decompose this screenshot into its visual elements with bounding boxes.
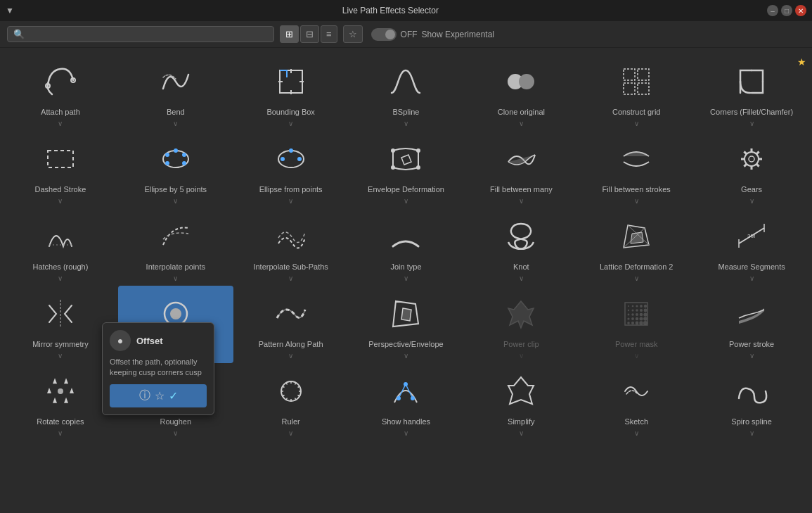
effect-chevron-mirror-symmetry[interactable]: ∨ xyxy=(58,352,63,360)
effect-cell-attach-path[interactable]: Attach path∨ xyxy=(3,53,118,131)
effect-chevron-hatches[interactable]: ∨ xyxy=(58,274,63,282)
svg-point-102 xyxy=(411,396,415,400)
svg-point-59 xyxy=(632,310,634,312)
effect-icon-bend xyxy=(155,61,197,103)
effect-cell-bspline[interactable]: BSpline∨ xyxy=(349,53,464,131)
view-list-button[interactable]: ≡ xyxy=(321,25,337,43)
effect-cell-join-type[interactable]: Join type∨ xyxy=(349,208,464,286)
search-box[interactable]: 🔍 xyxy=(7,26,274,42)
effect-cell-dashed-stroke[interactable]: Dashed Stroke∨ xyxy=(3,131,118,208)
effect-chevron-spiro-spline[interactable]: ∨ xyxy=(749,429,754,437)
view-large-button[interactable]: ⊞ xyxy=(280,25,299,43)
svg-point-74 xyxy=(644,309,647,312)
effect-chevron-gears[interactable]: ∨ xyxy=(749,197,754,205)
effect-icon-mirror-symmetry xyxy=(39,293,82,335)
effect-cell-ellipse-pts[interactable]: Ellipse from points∨ xyxy=(233,131,349,208)
effect-chevron-perspective-envelope[interactable]: ∨ xyxy=(404,352,408,360)
view-buttons: ⊞ ⊟ ≡ xyxy=(280,25,337,43)
experimental-toggle[interactable] xyxy=(371,28,397,41)
effect-icon-rotate-copies xyxy=(39,370,82,412)
effect-chevron-roughen[interactable]: ∨ xyxy=(173,429,178,437)
effect-chevron-envelope-deformation[interactable]: ∨ xyxy=(404,197,408,205)
effect-chevron-fill-between-strokes[interactable]: ∨ xyxy=(634,197,639,205)
view-medium-button[interactable]: ⊟ xyxy=(300,25,319,43)
effect-chevron-ellipse-pts[interactable]: ∨ xyxy=(288,197,293,205)
effect-cell-spiro-spline[interactable]: Spiro spline∨ xyxy=(694,363,809,441)
svg-marker-103 xyxy=(508,377,534,404)
effect-cell-fill-between-many[interactable]: Fill between many∨ xyxy=(463,131,579,208)
effect-cell-perspective-envelope[interactable]: Perspective/Envelope∨ xyxy=(349,286,464,363)
effect-chevron-show-handles[interactable]: ∨ xyxy=(404,429,408,437)
minimize-button[interactable]: – xyxy=(767,5,778,16)
effect-cell-power-clip[interactable]: Power clip∨ xyxy=(463,286,579,363)
titlebar-menu-button[interactable]: ▼ xyxy=(6,6,14,15)
offset-popup: ● Offset Offset the path, optionally kee… xyxy=(102,322,214,415)
effect-chevron-ellipse-5pts[interactable]: ∨ xyxy=(173,197,178,205)
effect-icon-corners xyxy=(730,61,773,103)
effect-cell-rotate-copies[interactable]: Rotate copies∨ xyxy=(3,363,118,441)
effect-cell-hatches[interactable]: Hatches (rough)∨ xyxy=(3,208,118,286)
effect-cell-fill-between-strokes[interactable]: Fill between strokes∨ xyxy=(579,131,694,208)
effect-chevron-rotate-copies[interactable]: ∨ xyxy=(58,429,63,437)
effect-chevron-dashed-stroke[interactable]: ∨ xyxy=(58,197,63,205)
effect-cell-simplify[interactable]: Simplify∨ xyxy=(463,363,579,441)
effect-cell-power-mask[interactable]: Power mask∨ xyxy=(579,286,694,363)
effect-cell-mirror-symmetry[interactable]: Mirror symmetry∨ xyxy=(3,286,118,363)
favorites-filter-button[interactable]: ☆ xyxy=(343,25,363,43)
effect-cell-ruler[interactable]: Ruler∨ xyxy=(233,363,349,441)
effect-chevron-knot[interactable]: ∨ xyxy=(519,274,524,282)
svg-point-49 xyxy=(170,308,181,319)
effect-chevron-attach-path[interactable]: ∨ xyxy=(58,120,63,127)
effect-cell-knot[interactable]: Knot∨ xyxy=(463,208,579,286)
effect-cell-sketch[interactable]: Sketch∨ xyxy=(579,363,694,441)
popup-info-button[interactable]: ⓘ xyxy=(139,388,150,403)
effect-cell-corners[interactable]: Corners (Fillet/Chamfer)∨★ xyxy=(694,53,809,131)
effect-cell-show-handles[interactable]: Show handles∨ xyxy=(349,363,464,441)
effect-cell-interpolate-pts[interactable]: Interpolate points∨ xyxy=(118,208,233,286)
effect-cell-interpolate-sub[interactable]: Interpolate Sub-Paths∨ xyxy=(233,208,349,286)
effect-chevron-bspline[interactable]: ∨ xyxy=(404,120,408,127)
effect-chevron-corners[interactable]: ∨ xyxy=(749,120,754,127)
effect-cell-power-stroke[interactable]: Power stroke∨ xyxy=(694,286,809,363)
effect-cell-envelope-deformation[interactable]: Envelope Deformation∨ xyxy=(349,131,464,208)
effect-chevron-power-mask[interactable]: ∨ xyxy=(634,352,639,360)
effect-chevron-interpolate-sub[interactable]: ∨ xyxy=(288,274,293,282)
svg-point-65 xyxy=(636,313,638,316)
effect-cell-ellipse-5pts[interactable]: Ellipse by 5 points∨ xyxy=(118,131,233,208)
svg-point-77 xyxy=(643,321,647,325)
effect-icon-envelope-deformation xyxy=(385,138,427,180)
effect-cell-construct-grid[interactable]: Construct grid∨ xyxy=(579,53,694,131)
search-input[interactable] xyxy=(27,29,268,39)
experimental-toggle-group: OFF Show Experimental xyxy=(371,28,494,41)
effect-cell-measure-segments[interactable]: 3MMeasure Segments∨ xyxy=(694,208,809,286)
effect-chevron-fill-between-many[interactable]: ∨ xyxy=(519,197,524,205)
effect-chevron-lattice-deformation[interactable]: ∨ xyxy=(634,274,639,282)
popup-apply-button[interactable]: ✓ xyxy=(169,388,178,403)
effect-name-rotate-copies: Rotate copies xyxy=(37,417,84,426)
effect-chevron-interpolate-pts[interactable]: ∨ xyxy=(173,274,178,282)
effect-chevron-power-stroke[interactable]: ∨ xyxy=(749,352,754,360)
effect-cell-pattern-along-path[interactable]: Pattern Along Path∨ xyxy=(233,286,349,363)
effect-cell-lattice-deformation[interactable]: Lattice Deformation 2∨ xyxy=(579,208,694,286)
effect-chevron-power-clip[interactable]: ∨ xyxy=(519,352,524,360)
svg-marker-42 xyxy=(631,232,643,243)
effect-chevron-bounding-box[interactable]: ∨ xyxy=(288,120,293,127)
effect-icon-power-mask xyxy=(615,293,657,335)
close-button[interactable]: ✕ xyxy=(795,5,806,16)
effect-chevron-bend[interactable]: ∨ xyxy=(173,120,178,127)
popup-star-button[interactable]: ☆ xyxy=(155,388,165,403)
effect-cell-bend[interactable]: Bend∨ xyxy=(118,53,233,131)
effect-chevron-ruler[interactable]: ∨ xyxy=(288,429,293,437)
maximize-button[interactable]: □ xyxy=(781,5,792,16)
effect-chevron-construct-grid[interactable]: ∨ xyxy=(634,120,639,127)
effect-chevron-pattern-along-path[interactable]: ∨ xyxy=(288,352,293,360)
effect-chevron-join-type[interactable]: ∨ xyxy=(404,274,408,282)
effect-chevron-measure-segments[interactable]: ∨ xyxy=(749,274,754,282)
effect-chevron-simplify[interactable]: ∨ xyxy=(519,429,524,437)
effect-cell-gears[interactable]: Gears∨ xyxy=(694,131,809,208)
effect-cell-clone-original[interactable]: Clone original∨ xyxy=(463,53,579,131)
effect-cell-bounding-box[interactable]: Bounding Box∨ xyxy=(233,53,349,131)
effect-chevron-sketch[interactable]: ∨ xyxy=(634,429,639,437)
effect-chevron-clone-original[interactable]: ∨ xyxy=(519,120,524,127)
effects-grid-area: Attach path∨Bend∨Bounding Box∨BSpline∨Cl… xyxy=(0,48,812,513)
